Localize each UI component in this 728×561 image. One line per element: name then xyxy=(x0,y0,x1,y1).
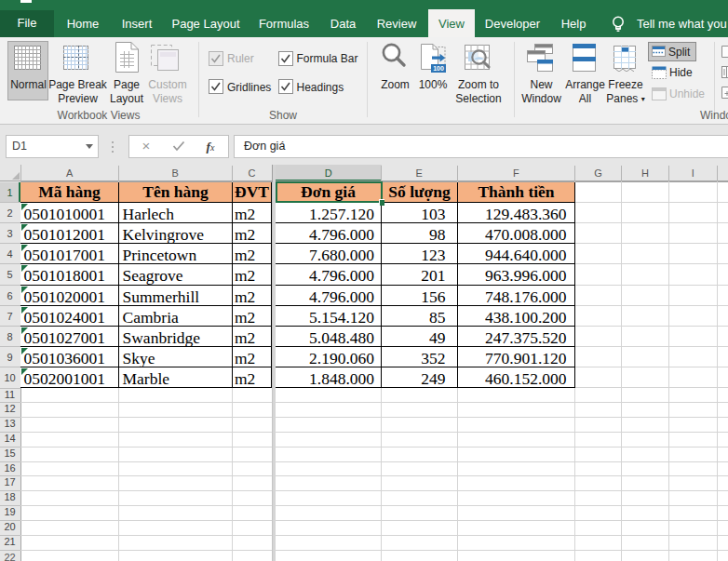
svg-text:100: 100 xyxy=(433,65,444,72)
